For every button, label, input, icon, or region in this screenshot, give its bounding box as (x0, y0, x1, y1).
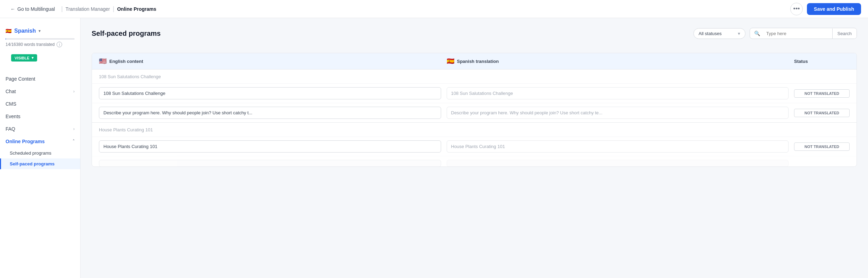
sidebar-subitem-self-paced-programs[interactable]: Self-paced programs (0, 158, 80, 169)
chevron-right-icon: › (73, 89, 75, 94)
sidebar-item-online-programs[interactable]: Online Programs ˄ (0, 135, 80, 148)
sidebar-item-label: Events (6, 114, 20, 119)
visible-badge[interactable]: VISIBLE ▾ (11, 54, 37, 62)
sidebar-item-label: Online Programs (6, 139, 45, 144)
header-en-label: English content (109, 59, 143, 64)
sidebar-item-page-content[interactable]: Page Content (0, 73, 80, 85)
sidebar-item-label: Chat (6, 89, 16, 94)
table-row: 108 Sun Salutations Challenge 108 Sun Sa… (92, 83, 857, 103)
sidebar: 🇪🇸 Spanish ▾ 14/16380 words translated i… (0, 18, 81, 278)
main-layout: 🇪🇸 Spanish ▾ 14/16380 words translated i… (0, 18, 868, 278)
search-input[interactable] (763, 28, 832, 39)
subitem-label: Self-paced programs (10, 161, 54, 166)
table-row-truncated (92, 156, 857, 166)
save-publish-button[interactable]: Save and Publish (807, 3, 861, 15)
header-es: 🇪🇸 Spanish translation (447, 57, 789, 65)
sidebar-item-faq[interactable]: FAQ › (0, 123, 80, 135)
header-status-label: Status (794, 59, 808, 64)
en-field[interactable]: Describe your program here. Why should p… (99, 107, 441, 119)
header-en: 🇺🇸 English content (99, 57, 441, 65)
en-field[interactable]: House Plants Curating 101 (99, 140, 441, 153)
group-label-text: 108 Sun Salutations Challenge (99, 74, 161, 79)
sidebar-item-label: FAQ (6, 126, 15, 132)
table-row: Describe your program here. Why should p… (92, 103, 857, 122)
chevron-up-icon: ˄ (73, 139, 75, 144)
breadcrumb-translation-manager[interactable]: Translation Manager (66, 6, 110, 12)
spanish-flag-icon: 🇪🇸 (6, 28, 11, 34)
search-button[interactable]: Search (832, 28, 857, 39)
us-flag-icon: 🇺🇸 (99, 57, 107, 65)
progress-text-label: 14/16380 words translated (6, 42, 54, 47)
status-filter-label: All statuses (699, 31, 722, 36)
status-badge: NOT TRANSLATED (794, 109, 850, 117)
breadcrumb-online-programs: Online Programs (117, 6, 156, 12)
es-field[interactable]: 108 Sun Salutations Challenge (447, 87, 789, 99)
search-bar: 🔍 Search (750, 28, 857, 39)
more-options-button[interactable]: ••• (790, 3, 803, 15)
status-filter[interactable]: All statuses ▾ (693, 28, 745, 39)
table-row: House Plants Curating 101 House Plants C… (92, 137, 857, 156)
progress-bar-background (6, 38, 75, 40)
visible-label: VISIBLE (15, 56, 30, 60)
group-label-text: House Plants Curating 101 (99, 127, 153, 132)
language-chevron-icon: ▾ (39, 28, 41, 33)
sidebar-item-cms[interactable]: CMS (0, 98, 80, 110)
sidebar-item-events[interactable]: Events (0, 110, 80, 123)
back-label: Go to Multilingual (17, 6, 55, 12)
es-field-partial (447, 160, 789, 166)
chevron-right-icon: › (73, 126, 75, 131)
info-icon[interactable]: i (57, 42, 62, 47)
header-es-label: Spanish translation (457, 59, 499, 64)
main-content: Self-paced programs All statuses ▾ 🔍 Sea… (81, 18, 868, 278)
sidebar-item-chat[interactable]: Chat › (0, 85, 80, 98)
nav-separator-1: | (61, 5, 63, 13)
language-selector[interactable]: 🇪🇸 Spanish ▾ (0, 25, 80, 38)
sidebar-item-label: CMS (6, 101, 16, 107)
nav-separator-2: | (113, 5, 115, 13)
group-label-108: 108 Sun Salutations Challenge (92, 69, 857, 83)
es-field[interactable]: House Plants Curating 101 (447, 140, 789, 153)
language-label: Spanish (14, 28, 36, 34)
progress-section: 14/16380 words translated i (0, 38, 80, 51)
top-nav: ← Go to Multilingual | Translation Manag… (0, 0, 868, 18)
section-title: Self-paced programs (92, 30, 161, 38)
sidebar-subitem-scheduled-programs[interactable]: Scheduled programs (0, 148, 80, 158)
translation-table: 🇺🇸 English content 🇪🇸 Spanish translatio… (92, 53, 857, 167)
en-field-partial (99, 160, 441, 166)
dots-icon: ••• (793, 5, 800, 13)
sidebar-item-label: Page Content (6, 76, 35, 82)
subitem-label: Scheduled programs (10, 150, 51, 156)
table-header: 🇺🇸 English content 🇪🇸 Spanish translatio… (92, 53, 857, 69)
group-label-house-plants: House Plants Curating 101 (92, 122, 857, 137)
header-status: Status (794, 57, 850, 65)
filter-bar: All statuses ▾ 🔍 Search (693, 28, 857, 39)
back-button[interactable]: ← Go to Multilingual (7, 4, 58, 14)
en-field[interactable]: 108 Sun Salutations Challenge (99, 87, 441, 99)
status-badge: NOT TRANSLATED (794, 89, 850, 98)
visible-chevron-icon: ▾ (32, 56, 34, 60)
es-field[interactable]: Describe your program here. Why should p… (447, 107, 789, 119)
es-flag-icon: 🇪🇸 (447, 57, 454, 65)
status-chevron-icon: ▾ (738, 31, 740, 36)
search-icon: 🔍 (750, 28, 763, 39)
status-badge: NOT TRANSLATED (794, 142, 850, 151)
back-arrow-icon: ← (10, 6, 15, 12)
